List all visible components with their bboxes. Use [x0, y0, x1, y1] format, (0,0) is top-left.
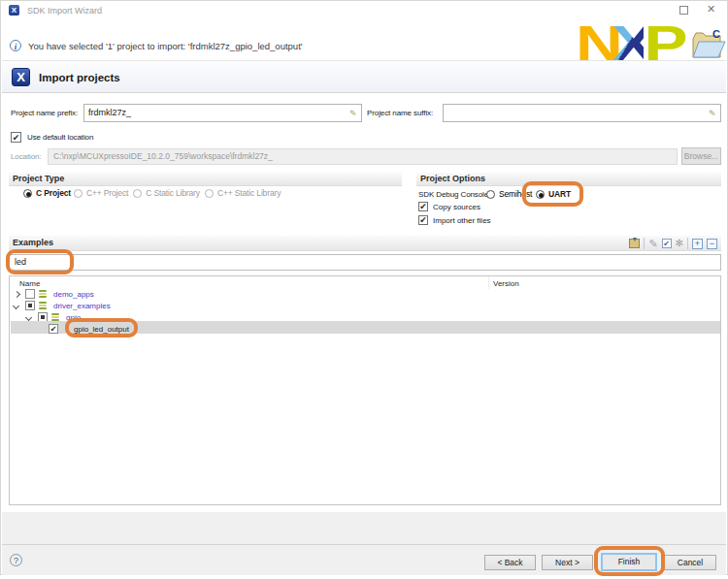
project-type-group-header: Project Type	[9, 173, 402, 186]
copy-sources-checkbox[interactable]: ✔	[418, 202, 428, 211]
help-button[interactable]: ?	[10, 554, 22, 566]
finish-button[interactable]: Finish	[601, 553, 657, 571]
prefix-edit-icon: ✎	[349, 109, 357, 118]
radio-c-static-library-circle	[133, 189, 142, 198]
radio-cpp-static-library[interactable]: C++ Static Library	[205, 188, 281, 198]
import-other-files-label: Import other files	[433, 216, 491, 225]
logo-letter-p: P	[645, 26, 677, 62]
radio-c-project-circle	[23, 189, 32, 198]
driver-examples-checkbox[interactable]	[25, 301, 35, 310]
page-title: Import projects	[39, 72, 120, 83]
radio-c-static-library-label: C Static Library	[146, 188, 200, 198]
nxp-logo: NXP	[576, 26, 677, 65]
project-type-radios: C Project C++ Project C Static Library C…	[23, 188, 285, 198]
c-folder-icon: C	[689, 27, 726, 62]
tree-label-driver-examples[interactable]: driver_examples	[53, 300, 111, 311]
tree-row-demo-apps[interactable]: demo_apps	[10, 288, 720, 300]
prefix-label: Project name prefix:	[11, 109, 78, 117]
toolbar-separator	[644, 238, 645, 249]
use-default-location-checkbox[interactable]: ✔	[11, 132, 21, 143]
chevron-right-icon[interactable]	[14, 290, 20, 297]
radio-c-project[interactable]: C Project	[23, 188, 71, 198]
tree-label-demo-apps[interactable]: demo_apps	[53, 288, 94, 300]
use-default-location-label: Use default location	[27, 133, 93, 142]
project-options-group-header: Project Options	[416, 173, 721, 186]
gpio-led-output-checkbox[interactable]: ✔	[49, 324, 58, 334]
next-button[interactable]: Next >	[542, 555, 593, 570]
window-title: SDK Import Wizard	[27, 6, 102, 16]
suffix-edit-icon: ✎	[709, 109, 716, 118]
radio-cpp-project-circle	[74, 189, 83, 198]
radio-semihost-circle	[486, 190, 495, 199]
footer-separator	[2, 544, 726, 545]
location-input: C:\nxp\MCUXpressoIDE_10.2.0_759\workspac…	[48, 148, 678, 165]
close-button[interactable]: ✕	[707, 3, 715, 16]
tree-row-gpio-led-output[interactable]: ✔ gpio_led_output	[10, 323, 720, 335]
svg-text:C: C	[712, 28, 720, 40]
copy-sources-label: Copy sources	[433, 203, 480, 211]
copy-sources-row: ✔ Copy sources	[418, 202, 480, 211]
tree-label-gpio-led-output[interactable]: gpio_led_output	[74, 323, 129, 335]
info-message: You have selected '1' project to import:…	[28, 41, 303, 51]
location-label: Location:	[11, 152, 42, 161]
examples-table: Name Version demo_apps driver_examples g…	[9, 275, 721, 505]
rename-icon[interactable]: ✎	[648, 239, 657, 248]
app-icon: X	[9, 5, 19, 16]
import-other-files-row: ✔ Import other files	[418, 215, 491, 225]
chevron-down-icon[interactable]	[13, 302, 19, 308]
radio-semihost[interactable]: Semihost	[486, 189, 532, 199]
radio-cpp-static-library-circle	[205, 189, 214, 198]
logo-letter-x: X	[612, 26, 644, 62]
category-icon	[39, 290, 47, 299]
category-icon	[39, 302, 47, 310]
demo-apps-checkbox[interactable]	[25, 289, 35, 299]
prefix-input[interactable]: frdmkl27z_	[83, 104, 362, 122]
import-other-files-checkbox[interactable]: ✔	[418, 215, 428, 225]
select-all-icon[interactable]: ✔	[662, 239, 672, 248]
toolbar-separator	[687, 238, 688, 249]
clear-selection-icon[interactable]: ✻	[676, 239, 683, 248]
back-button[interactable]: < Back	[484, 555, 536, 570]
collapse-all-icon[interactable]: −	[707, 239, 717, 249]
radio-cpp-static-library-label: C++ Static Library	[217, 188, 281, 198]
radio-cpp-project[interactable]: C++ Project	[74, 188, 128, 198]
radio-uart-label: UART	[548, 189, 571, 199]
filter-input[interactable]: led	[9, 254, 721, 271]
import-archive-icon[interactable]	[629, 239, 640, 248]
chevron-down-icon[interactable]	[25, 313, 32, 320]
radio-c-project-label: C Project	[36, 188, 71, 198]
column-header-name[interactable]: Name	[19, 279, 40, 288]
info-icon: i	[10, 40, 21, 51]
examples-toolbar: ✎ ✔ ✻ + −	[629, 238, 717, 249]
cancel-button[interactable]: Cancel	[664, 555, 716, 570]
sdk-import-wizard-dialog: X SDK Import Wizard ✕ i You have selecte…	[0, 0, 728, 575]
radio-uart-circle	[536, 190, 545, 199]
tree-row-driver-examples[interactable]: driver_examples	[10, 300, 720, 311]
radio-uart[interactable]: UART	[536, 189, 571, 199]
radio-semihost-label: Semihost	[499, 189, 532, 199]
sdk-debug-console-label: SDK Debug Console	[418, 190, 488, 199]
suffix-input[interactable]	[443, 104, 721, 122]
import-projects-icon: X	[12, 68, 30, 86]
radio-cpp-project-label: C++ Project	[86, 188, 128, 198]
examples-group-header: Examples	[9, 236, 721, 251]
browse-button[interactable]: Browse...	[681, 147, 721, 165]
expand-all-icon[interactable]: +	[692, 239, 703, 249]
radio-c-static-library[interactable]: C Static Library	[133, 188, 200, 198]
suffix-label: Project name suffix:	[367, 109, 433, 117]
logo-letter-n: N	[576, 26, 612, 62]
maximize-button[interactable]	[679, 6, 688, 15]
